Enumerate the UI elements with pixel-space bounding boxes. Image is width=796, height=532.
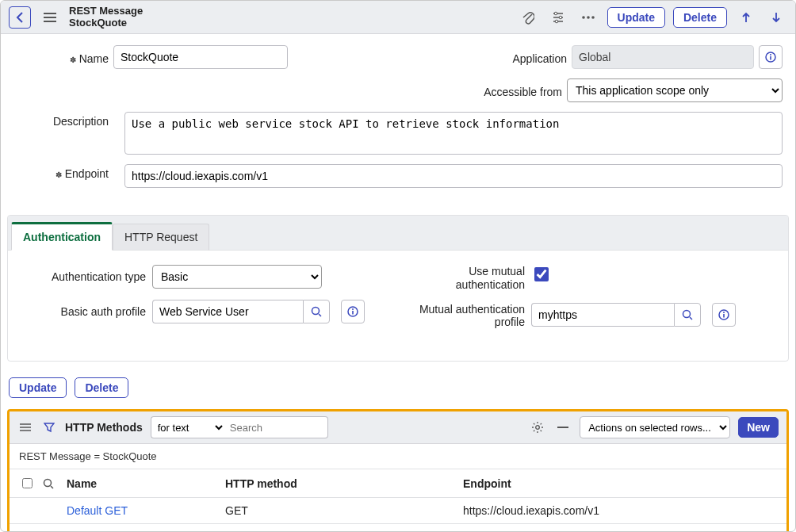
back-button[interactable]	[9, 6, 31, 29]
svg-rect-15	[723, 314, 725, 318]
chevron-left-icon	[16, 12, 24, 23]
svg-point-18	[44, 479, 52, 486]
basic-profile-lookup-button[interactable]	[303, 300, 330, 323]
pagination: to 1 of 1	[10, 524, 786, 532]
related-list-menu-button[interactable]	[17, 416, 33, 438]
svg-point-1	[559, 16, 562, 19]
use-mutual-label: Use mutual authentication	[414, 265, 525, 292]
application-info-button[interactable]	[759, 45, 783, 69]
minus-icon	[557, 427, 568, 428]
arrow-up-icon	[741, 12, 751, 23]
gear-icon	[531, 421, 544, 434]
application-label: Application	[513, 49, 568, 65]
mutual-profile-info-button[interactable]	[712, 303, 736, 327]
search-icon	[43, 478, 54, 489]
svg-rect-7	[770, 56, 771, 60]
tab-http-request[interactable]: HTTP Request	[113, 224, 209, 251]
related-list-header-row: Name HTTP method Endpoint	[10, 469, 786, 498]
sliders-icon	[552, 11, 564, 24]
description-label: Description	[13, 112, 109, 128]
tab-authentication[interactable]: Authentication	[11, 222, 113, 251]
row-search-button[interactable]	[43, 478, 67, 489]
select-all-checkbox[interactable]	[22, 478, 33, 488]
search-icon	[682, 309, 693, 320]
svg-point-17	[536, 426, 540, 430]
related-list-http-methods: HTTP Methods for text Actions on selecte…	[7, 409, 789, 532]
related-search-input[interactable]	[225, 416, 328, 438]
svg-point-9	[312, 308, 320, 315]
svg-point-8	[770, 54, 771, 55]
form-body: Name Application Global Accessible from …	[1, 34, 795, 205]
actions-on-rows-select[interactable]: Actions on selected rows...	[580, 416, 730, 438]
accessible-label: Accessible from	[484, 82, 562, 98]
attachments-button[interactable]	[517, 6, 539, 29]
row-name-link[interactable]: Default GET	[67, 504, 225, 517]
header-title-block: REST Message StockQuote	[69, 6, 509, 29]
personalize-list-button[interactable]	[529, 416, 546, 438]
svg-point-4	[587, 16, 590, 19]
basic-profile-field[interactable]	[152, 300, 303, 323]
menu-icon	[20, 423, 31, 431]
svg-point-13	[683, 310, 691, 317]
bottom-button-bar: Update Delete	[1, 369, 795, 409]
update-button[interactable]: Update	[607, 7, 665, 28]
delete-button-bottom[interactable]: Delete	[75, 377, 128, 398]
record-type-label: REST Message	[69, 6, 509, 17]
header-actions: Update Delete	[517, 6, 787, 29]
svg-point-2	[555, 20, 558, 23]
filter-button[interactable]	[41, 416, 57, 438]
endpoint-field[interactable]	[124, 164, 783, 188]
tab-section: Authentication HTTP Request Authenticati…	[7, 215, 789, 362]
svg-point-0	[554, 12, 557, 15]
menu-icon	[44, 13, 56, 22]
form-header: REST Message StockQuote Update Delete	[1, 1, 795, 34]
related-list-breadcrumb[interactable]: REST Message = StockQuote	[10, 444, 786, 469]
paperclip-icon	[522, 10, 534, 25]
svg-point-16	[723, 312, 725, 313]
mutual-profile-field[interactable]	[531, 303, 674, 327]
more-actions-button[interactable]	[577, 6, 599, 29]
svg-point-12	[352, 308, 354, 310]
info-icon	[347, 306, 358, 317]
endpoint-label: Endpoint	[13, 164, 109, 180]
info-icon	[718, 309, 729, 320]
application-field: Global	[572, 45, 754, 69]
update-button-bottom[interactable]: Update	[9, 377, 67, 398]
search-type-select[interactable]: for text	[151, 416, 225, 438]
delete-button[interactable]: Delete	[673, 7, 727, 28]
filter-icon	[44, 422, 55, 433]
tab-body-authentication: Authentication type Basic Basic auth pro…	[8, 251, 788, 361]
table-row: Default GET GET https://cloud.iexapis.co…	[10, 498, 786, 524]
info-icon	[765, 52, 776, 63]
next-record-button[interactable]	[765, 6, 787, 29]
new-button[interactable]: New	[738, 417, 779, 438]
name-field[interactable]	[113, 45, 288, 69]
record-name-label: StockQuote	[69, 17, 509, 29]
column-header-endpoint[interactable]: Endpoint	[463, 477, 777, 490]
use-mutual-checkbox[interactable]	[534, 267, 549, 281]
auth-type-label: Authentication type	[19, 270, 146, 283]
row-method-cell: GET	[225, 504, 463, 517]
search-icon	[311, 306, 322, 317]
menu-button[interactable]	[39, 6, 61, 29]
basic-profile-info-button[interactable]	[341, 300, 365, 323]
accessible-select[interactable]: This application scope only	[567, 78, 783, 102]
related-list-title: HTTP Methods	[65, 421, 143, 434]
row-endpoint-cell: https://cloud.iexapis.com/v1	[463, 504, 777, 517]
collapse-button[interactable]	[554, 416, 572, 438]
tab-strip: Authentication HTTP Request	[8, 216, 788, 251]
column-header-name[interactable]: Name	[67, 477, 225, 490]
description-field[interactable]	[124, 112, 783, 155]
arrow-down-icon	[771, 12, 781, 23]
settings-button[interactable]	[547, 6, 569, 29]
mutual-profile-label: Mutual authentication profile	[414, 303, 525, 330]
auth-type-select[interactable]: Basic	[152, 265, 322, 289]
related-list-toolbar: HTTP Methods for text Actions on selecte…	[10, 411, 786, 444]
svg-rect-11	[352, 311, 354, 315]
mutual-profile-lookup-button[interactable]	[674, 303, 701, 327]
prev-record-button[interactable]	[735, 6, 757, 29]
column-header-method[interactable]: HTTP method	[225, 477, 463, 490]
ellipsis-icon	[582, 16, 595, 19]
svg-point-3	[582, 16, 585, 19]
basic-profile-label: Basic auth profile	[19, 305, 146, 318]
